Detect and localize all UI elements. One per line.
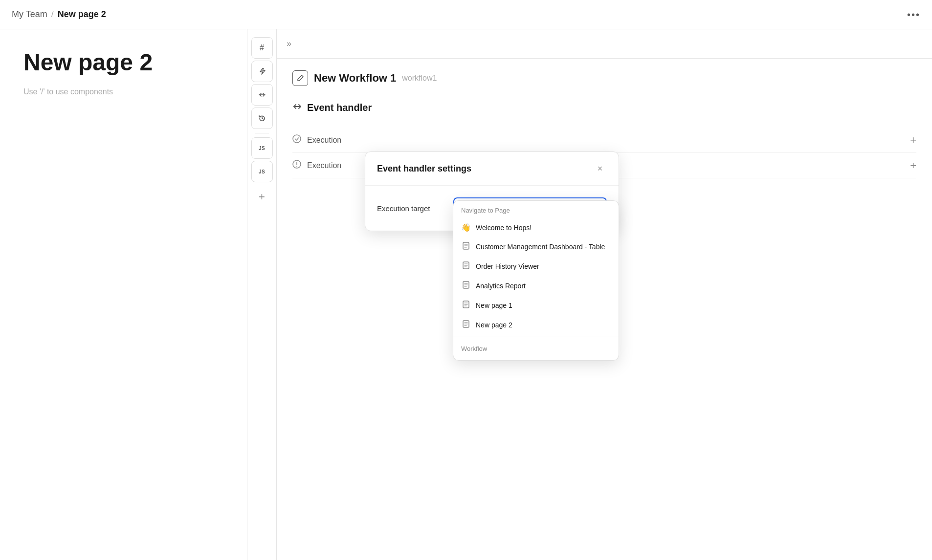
breadcrumb: My Team / New page 2 [12,9,106,20]
icon-divider [255,133,269,133]
workflow-content: New Workflow 1 workflow1 Event handler [277,59,932,190]
dropdown-item-new-page-1[interactable]: New page 1 [453,296,619,315]
new-page-1-label: New page 1 [476,302,512,309]
new-page-1-icon [461,301,471,310]
order-history-label: Order History Viewer [476,262,539,270]
new-page-2-icon [461,320,471,330]
navigate-section-label: Navigate to Page [453,201,619,218]
dropdown-item-analytics[interactable]: Analytics Report [453,276,619,296]
hash-icon-btn[interactable]: # [251,37,273,59]
expand-icon[interactable]: » [287,39,291,49]
history-icon-btn[interactable] [251,108,273,129]
breadcrumb-separator: / [51,9,54,20]
add-sidebar-btn[interactable]: + [251,186,273,208]
split-icon-btn[interactable] [251,84,273,106]
right-top-bar: » [277,29,932,59]
modal-header: Event handler settings × [365,152,619,186]
workflow-section-label: Workflow [453,339,619,356]
analytics-icon [461,281,471,291]
order-history-icon [461,261,471,271]
main-layout: New page 2 Use '/' to use components # [0,29,932,560]
sidebar-icons: # JS [247,29,276,560]
dropdown-item-order-history[interactable]: Order History Viewer [453,257,619,276]
customer-dashboard-label: Customer Management Dashboard - Table [476,243,605,251]
new-page-2-label: New page 2 [476,321,512,329]
welcome-page-label: Welcome to Hops! [476,224,532,232]
customer-dashboard-icon [461,242,471,252]
modal-overlay: Event handler settings × Execution targe… [277,59,932,190]
js2-icon-btn[interactable]: JS [251,161,273,182]
dropdown-divider [453,337,619,337]
dropdown-item-customer-dashboard[interactable]: Customer Management Dashboard - Table [453,237,619,257]
page-title: New page 2 [23,49,253,76]
top-bar-right: ••• [907,9,920,20]
right-panel: » New Workflow 1 workflow1 [277,29,932,560]
page-hint: Use '/' to use components [23,87,253,96]
dropdown-item-welcome[interactable]: 👋 Welcome to Hops! [453,218,619,237]
lightning-icon-btn[interactable] [251,61,273,82]
welcome-page-icon: 👋 [461,223,471,232]
scroll-hint [453,356,619,360]
more-options-icon[interactable]: ••• [907,9,920,20]
modal-close-btn[interactable]: × [593,162,607,175]
dropdown-item-new-page-2[interactable]: New page 2 [453,315,619,335]
left-panel: New page 2 Use '/' to use components # [0,29,277,560]
execution-target-dropdown: Navigate to Page 👋 Welcome to Hops! Cu [453,200,619,361]
top-bar: My Team / New page 2 ••• [0,0,932,29]
js1-icon-btn[interactable]: JS [251,137,273,159]
breadcrumb-current: New page 2 [58,9,106,20]
execution-target-label: Execution target [377,204,445,213]
modal-title: Event handler settings [377,164,471,174]
analytics-label: Analytics Report [476,282,526,290]
breadcrumb-team[interactable]: My Team [12,9,47,20]
